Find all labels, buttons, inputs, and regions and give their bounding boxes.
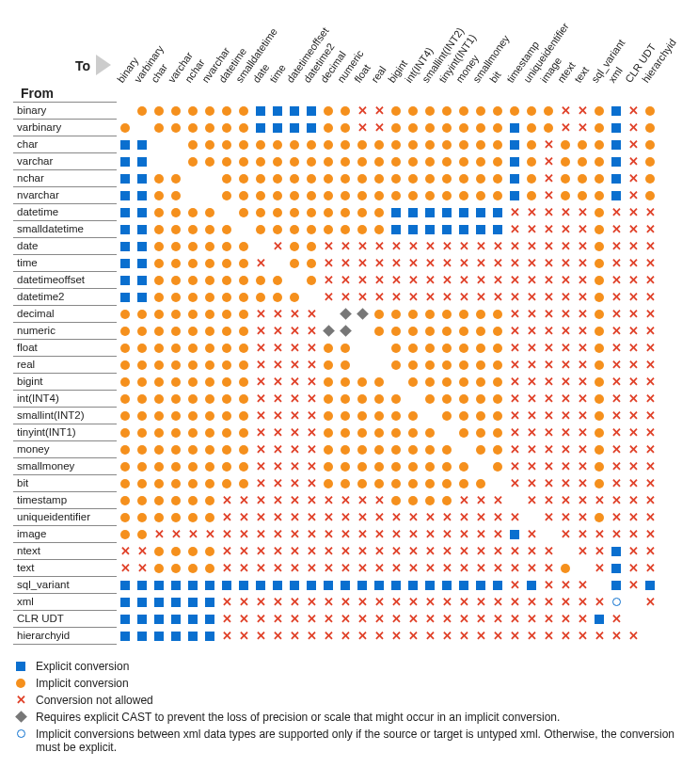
cell: ✕	[337, 288, 354, 305]
cell: ✕	[472, 627, 489, 644]
cell: ✕	[591, 525, 608, 542]
cell	[489, 136, 506, 152]
cell	[557, 559, 574, 576]
cell	[134, 424, 151, 440]
cell	[320, 373, 337, 390]
cell	[303, 237, 320, 254]
cell	[117, 610, 134, 627]
cell	[642, 610, 658, 627]
cell	[320, 440, 337, 457]
cell	[472, 305, 489, 322]
cell: ✕	[252, 440, 269, 457]
cell	[167, 508, 184, 525]
cell	[354, 339, 371, 356]
cell	[371, 576, 388, 593]
cell: ✕	[421, 542, 438, 559]
cell: ✕	[625, 559, 642, 576]
cell: ✕	[523, 593, 540, 610]
row-header: smallint(INT2)	[13, 407, 117, 424]
cell	[591, 373, 608, 390]
cell	[371, 356, 388, 373]
cell	[117, 491, 134, 508]
cell	[489, 305, 506, 322]
cell	[117, 102, 134, 119]
cell	[489, 576, 506, 593]
cell	[235, 271, 252, 288]
row-header: bit	[13, 474, 117, 491]
cell: ✕	[337, 525, 354, 542]
cell	[201, 474, 218, 491]
cell	[388, 576, 405, 593]
cell	[421, 440, 438, 457]
cell: ✕	[608, 440, 625, 457]
cell	[269, 203, 286, 220]
cell: ✕	[523, 627, 540, 644]
cell: ✕	[252, 407, 269, 424]
row-header: ntext	[13, 542, 117, 559]
cell	[642, 627, 658, 644]
cell	[354, 220, 371, 237]
cell	[184, 102, 201, 119]
cell: ✕	[286, 322, 303, 339]
row-header: tinyint(INT1)	[13, 424, 117, 440]
cell: ✕	[303, 373, 320, 390]
cell: ✕	[625, 203, 642, 220]
cell: ✕	[354, 559, 371, 576]
cell: ✕	[540, 474, 557, 491]
cell	[608, 102, 625, 119]
cell: ✕	[320, 627, 337, 644]
cell: ✕	[625, 373, 642, 390]
cell: ✕	[252, 339, 269, 356]
cell	[134, 305, 151, 322]
cell	[286, 186, 303, 203]
cell	[523, 508, 540, 525]
cell	[218, 119, 235, 136]
cell: ✕	[388, 288, 405, 305]
cell	[303, 288, 320, 305]
cell: ✕	[642, 559, 658, 576]
cell	[201, 491, 218, 508]
cell	[151, 407, 167, 424]
cell	[218, 288, 235, 305]
cell	[574, 559, 591, 576]
cell: ✕	[337, 593, 354, 610]
cell: ✕	[405, 610, 421, 627]
cell	[235, 373, 252, 390]
cell	[557, 136, 574, 152]
cell	[117, 305, 134, 322]
cell	[438, 457, 455, 474]
cell: ✕	[455, 271, 472, 288]
cell: ✕	[608, 356, 625, 373]
cell: ✕	[557, 610, 574, 627]
cell	[218, 474, 235, 491]
cell: ✕	[506, 271, 523, 288]
cell	[252, 220, 269, 237]
cell	[167, 390, 184, 407]
cell	[320, 186, 337, 203]
cell	[557, 152, 574, 169]
axis-to-label: To	[75, 58, 90, 73]
cell: ✕	[557, 525, 574, 542]
cell: ✕	[337, 559, 354, 576]
cell	[455, 119, 472, 136]
cell: ✕	[523, 559, 540, 576]
cell	[269, 169, 286, 186]
cell: ✕	[557, 508, 574, 525]
cell	[201, 152, 218, 169]
cell	[269, 220, 286, 237]
cell	[151, 186, 167, 203]
cell	[235, 339, 252, 356]
cell	[523, 576, 540, 593]
cell: ✕	[405, 525, 421, 542]
cell: ✕	[218, 627, 235, 644]
cell: ✕	[269, 356, 286, 373]
cell	[117, 508, 134, 525]
cell: ✕	[354, 119, 371, 136]
cell: ✕	[506, 322, 523, 339]
cell	[218, 102, 235, 119]
cell: ✕	[642, 373, 658, 390]
cell	[523, 102, 540, 119]
cell: ✕	[574, 627, 591, 644]
cell	[354, 474, 371, 491]
cell	[134, 474, 151, 491]
